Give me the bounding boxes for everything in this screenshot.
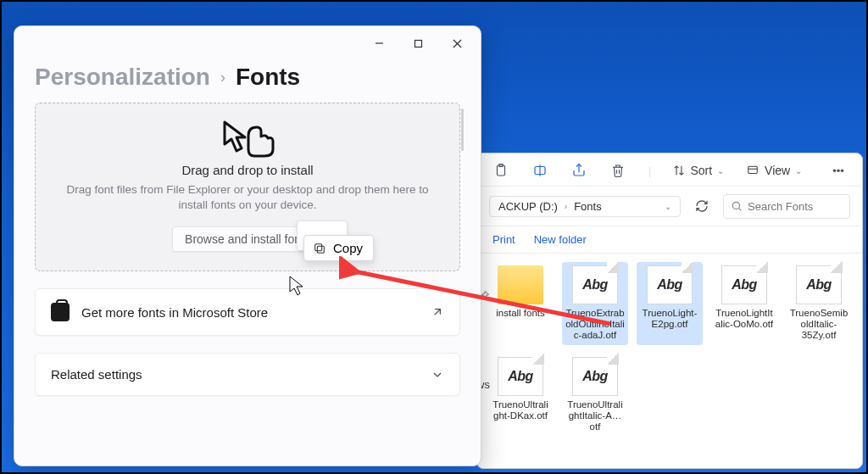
copy-icon xyxy=(313,242,326,255)
svg-point-7 xyxy=(732,202,739,209)
font-file-icon: Abg xyxy=(498,357,543,396)
breadcrumb: Personalization › Fonts xyxy=(35,64,460,91)
scrollbar[interactable] xyxy=(461,109,464,151)
explorer-command-bar: Print New folder xyxy=(477,226,862,254)
view-button[interactable]: View ⌄ xyxy=(746,164,802,177)
font-file-icon: Abg xyxy=(572,265,618,304)
font-file-icon: Abg xyxy=(572,357,618,396)
folder-icon xyxy=(498,265,543,304)
drag-cursor-icon xyxy=(220,119,275,158)
open-external-icon xyxy=(431,305,444,319)
chevron-down-icon xyxy=(431,368,444,382)
search-icon xyxy=(731,200,743,212)
file-label: TruenoUltralightItalic-A…otf xyxy=(565,399,625,433)
file-explorer-window: | Sort ⌄ View ⌄ ••• ACKUP (D:) › Fonts ⌄… xyxy=(476,153,863,469)
search-placeholder: Search Fonts xyxy=(748,200,813,213)
titlebar xyxy=(14,26,481,60)
explorer-address-row: ACKUP (D:) › Fonts ⌄ Search Fonts xyxy=(477,187,862,226)
explorer-toolbar: | Sort ⌄ View ⌄ ••• xyxy=(477,153,862,187)
dropzone-title: Drag and drop to install xyxy=(181,163,313,177)
store-card[interactable]: Get more fonts in Microsoft Store xyxy=(35,288,460,336)
file-label: TruenoLight-E2pg.otf xyxy=(640,308,699,330)
settings-window: Personalization › Fonts Drag and drop to… xyxy=(14,25,481,466)
font-file-item[interactable]: AbgTruenoExtraboldOutlineItalic-adaJ.otf xyxy=(562,262,628,345)
drag-copy-label: Copy xyxy=(333,241,363,255)
sort-icon xyxy=(673,165,685,176)
chevron-right-icon: › xyxy=(220,69,225,86)
paste-icon[interactable] xyxy=(492,162,509,179)
file-label: install fonts xyxy=(496,308,545,319)
font-file-item[interactable]: AbgTruenoUltralight-DKax.otf xyxy=(487,354,554,437)
more-icon[interactable]: ••• xyxy=(830,162,847,179)
font-file-icon: Abg xyxy=(721,265,767,304)
svg-line-8 xyxy=(739,209,742,211)
dropzone-subtitle: Drag font files from File Explorer or yo… xyxy=(53,182,442,213)
breadcrumb-parent[interactable]: Personalization xyxy=(35,64,210,91)
file-label: TruenoExtraboldOutlineItalic-adaJ.otf xyxy=(565,308,625,342)
related-settings-label: Related settings xyxy=(51,367,419,382)
font-dropzone[interactable]: Drag and drop to install Drag font files… xyxy=(35,103,460,271)
address-seg-drive[interactable]: ACKUP (D:) xyxy=(498,200,558,213)
file-label: TruenoLightItalic-OoMo.otf xyxy=(715,308,774,330)
drag-copy-badge: Copy xyxy=(303,235,374,261)
sort-button[interactable]: Sort ⌄ xyxy=(673,164,724,177)
breadcrumb-current: Fonts xyxy=(236,64,300,91)
file-label: TruenoSemiboldItalic-35Zy.otf xyxy=(789,308,849,342)
cmd-new-folder[interactable]: New folder xyxy=(534,233,587,246)
chevron-down-icon[interactable]: ⌄ xyxy=(665,202,671,211)
store-card-label: Get more fonts in Microsoft Store xyxy=(81,305,419,320)
folder-item[interactable]: install fonts xyxy=(487,262,554,345)
maximize-button[interactable] xyxy=(399,31,437,56)
chevron-right-icon: › xyxy=(565,202,567,211)
view-icon xyxy=(746,165,760,176)
address-seg-folder[interactable]: Fonts xyxy=(574,200,602,213)
share-icon[interactable] xyxy=(570,162,587,179)
minimize-button[interactable] xyxy=(360,31,398,56)
svg-rect-13 xyxy=(317,246,324,253)
font-file-item[interactable]: AbgTruenoLightItalic-OoMo.otf xyxy=(711,262,777,345)
file-label: TruenoUltralight-DKax.otf xyxy=(491,399,550,421)
rename-icon[interactable] xyxy=(531,162,548,179)
close-button[interactable] xyxy=(438,31,476,56)
font-file-item[interactable]: AbgTruenoSemiboldItalic-35Zy.otf xyxy=(786,262,852,345)
refresh-button[interactable] xyxy=(689,193,715,219)
svg-rect-14 xyxy=(315,243,322,250)
related-settings-card[interactable]: Related settings xyxy=(35,353,460,396)
font-file-item[interactable]: AbgTruenoLight-E2pg.otf xyxy=(637,262,703,345)
delete-icon[interactable] xyxy=(609,162,626,179)
refresh-icon xyxy=(695,199,709,213)
address-bar[interactable]: ACKUP (D:) › Fonts ⌄ xyxy=(489,196,681,217)
search-input[interactable]: Search Fonts xyxy=(723,194,850,219)
font-file-item[interactable]: AbgTruenoUltralightItalic-A…otf xyxy=(562,354,628,437)
font-file-icon: Abg xyxy=(647,265,693,304)
svg-rect-5 xyxy=(748,166,758,173)
font-file-icon: Abg xyxy=(796,265,842,304)
explorer-items-pane[interactable]: install fontsAbgTruenoExtraboldOutlineIt… xyxy=(477,254,862,468)
store-icon xyxy=(51,303,70,321)
cmd-print[interactable]: Print xyxy=(492,233,515,246)
svg-rect-10 xyxy=(415,40,421,47)
